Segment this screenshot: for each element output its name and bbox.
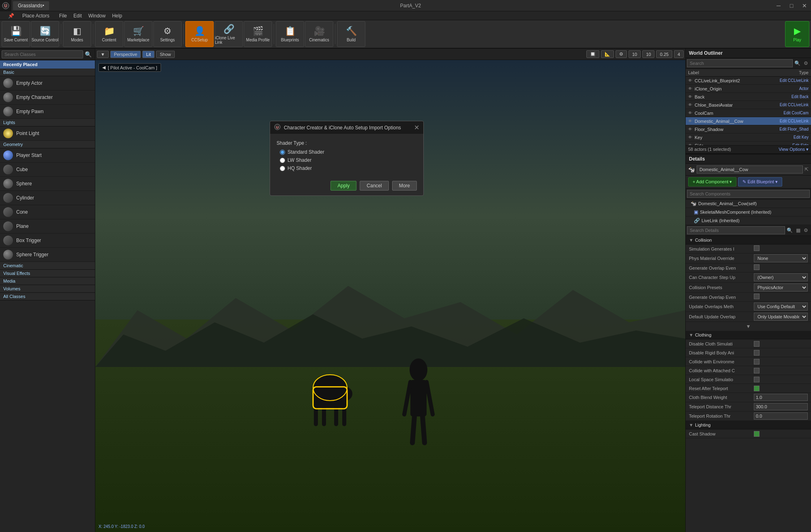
dialog-apply-button[interactable]: Apply	[330, 181, 356, 191]
settings-button[interactable]: ⚙ Settings	[153, 21, 182, 47]
collision-section-header[interactable]: ▼ Collision	[686, 236, 811, 245]
table-row[interactable]: 👁 Side Edit Side	[686, 142, 811, 145]
snap-btn-1[interactable]: 🔲	[586, 50, 599, 58]
details-expand-icon[interactable]: ⇱	[805, 167, 809, 172]
search-classes-input[interactable]	[2, 50, 83, 58]
sidebar-item-volumes[interactable]: Volumes	[0, 285, 95, 293]
snap-btn-3[interactable]: ⚙	[616, 50, 627, 58]
list-item[interactable]: Sphere	[0, 177, 95, 191]
list-item[interactable]: Empty Actor	[0, 76, 95, 90]
visibility-icon[interactable]: 👁	[688, 78, 692, 83]
recently-placed-header[interactable]: Recently Placed	[0, 60, 95, 69]
prop-checkbox[interactable]	[754, 431, 760, 437]
visibility-icon[interactable]: 👁	[688, 103, 692, 107]
update-overlaps-select[interactable]: Use Config Default	[754, 302, 808, 311]
blueprints-button[interactable]: 📋 Blueprints	[276, 21, 304, 47]
radio-standard-shader[interactable]: Standard Shader	[280, 149, 417, 155]
radio-standard-shader-input[interactable]	[280, 150, 285, 155]
visibility-icon[interactable]: 👁	[688, 86, 692, 91]
place-actors-toggle[interactable]: 📌 Place Actors	[2, 12, 56, 19]
prop-checkbox[interactable]	[754, 245, 760, 251]
sidebar-item-visual-effects[interactable]: Visual Effects	[0, 270, 95, 277]
outliner-search-input[interactable]	[687, 59, 793, 67]
details-search-input[interactable]	[687, 226, 785, 234]
details-settings-icon[interactable]: ⚙	[802, 227, 810, 234]
build-button[interactable]: 🔨 Build	[337, 21, 365, 47]
collision-presets-select[interactable]: PhysicsActor	[754, 283, 808, 292]
visibility-icon[interactable]: 👁	[688, 127, 692, 131]
viewport-main[interactable]: ◀ [ Pilot Active - CoolCam ] X: 245.0 Y:…	[95, 60, 685, 532]
char-step-select[interactable]: (Owner)	[754, 273, 808, 281]
prop-checkbox[interactable]	[754, 368, 760, 373]
dialog-cancel-button[interactable]: Cancel	[360, 181, 388, 191]
prop-checkbox[interactable]	[754, 264, 760, 270]
view-options-btn[interactable]: View Options ▾	[779, 147, 809, 152]
source-control-button[interactable]: 🔄 Source Control	[31, 21, 59, 47]
viewport-lit-btn[interactable]: Lit	[142, 51, 154, 58]
prop-checkbox[interactable]	[754, 377, 760, 382]
prop-checkbox[interactable]	[754, 294, 760, 299]
viewport-perspective-dropdown[interactable]: ▼	[97, 51, 109, 58]
visibility-icon[interactable]: 👁	[688, 135, 692, 139]
table-row[interactable]: 👁 CoolCam Edit CoolCam	[686, 109, 811, 117]
close-btn[interactable]: ✕	[798, 0, 811, 11]
prop-checkbox[interactable]	[754, 386, 760, 391]
clothing-section-header[interactable]: ▼ Clothing	[686, 331, 811, 339]
scale-snap-value[interactable]: 0.25	[656, 50, 672, 58]
list-item[interactable]: Box Trigger	[0, 234, 95, 248]
modes-button[interactable]: ◧ Modes	[63, 21, 91, 47]
radio-hq-shader[interactable]: HQ Shader	[280, 165, 417, 171]
default-update-select[interactable]: Only Update Movable	[754, 313, 808, 321]
list-item[interactable]: Empty Pawn	[0, 105, 95, 119]
list-item[interactable]: Plane	[0, 219, 95, 234]
grid-snap-value[interactable]: 10	[629, 50, 641, 58]
visibility-icon[interactable]: 👁	[688, 111, 692, 115]
cc-setup-button[interactable]: 👤 CCSetup	[185, 21, 214, 47]
table-row[interactable]: 👁 Chloe_BaseiAvatar Edit CCLiveLink	[686, 101, 811, 109]
lighting-section-header[interactable]: ▼ Lighting	[686, 421, 811, 429]
dialog-close-button[interactable]: ✕	[414, 124, 419, 131]
table-row[interactable]: 👁 Domestic_Animal__Cow Edit CCLiveLink	[686, 117, 811, 125]
content-button[interactable]: 📁 Content	[95, 21, 123, 47]
radio-lw-shader-input[interactable]	[280, 158, 285, 163]
snap-btn-2[interactable]: 📐	[601, 50, 614, 58]
list-item[interactable]: 🔗 LiveLink (Inherited)	[686, 217, 811, 225]
menu-window[interactable]: Window	[85, 12, 109, 19]
marketplace-button[interactable]: 🛒 Marketplace	[124, 21, 152, 47]
sidebar-item-cinematic[interactable]: Cinematic	[0, 262, 95, 270]
prop-checkbox[interactable]	[754, 359, 760, 365]
list-item[interactable]: Cube	[0, 163, 95, 177]
teleport-rot-input[interactable]	[754, 412, 808, 420]
viewport-show-btn[interactable]: Show	[156, 51, 175, 58]
list-item[interactable]: Point Light	[0, 127, 95, 141]
play-button[interactable]: ▶ Play	[785, 21, 809, 47]
prop-checkbox[interactable]	[754, 350, 760, 356]
menu-help[interactable]: Help	[109, 12, 125, 19]
rot-snap-value[interactable]: 10	[642, 50, 654, 58]
dialog-more-button[interactable]: More	[392, 181, 417, 191]
sidebar-item-lights[interactable]: Lights	[0, 119, 95, 127]
media-profile-button[interactable]: 🎬 Media Profile	[244, 21, 272, 47]
cam-speed-btn[interactable]: 4	[674, 50, 684, 58]
table-row[interactable]: 👁 Key Edit Key	[686, 133, 811, 142]
list-item[interactable]: Sphere Trigger	[0, 248, 95, 262]
cloth-blend-input[interactable]	[754, 394, 808, 401]
list-item[interactable]: Cone	[0, 205, 95, 219]
details-view-icon[interactable]: ▦	[794, 227, 802, 234]
maximize-btn[interactable]: □	[785, 0, 798, 11]
list-item[interactable]: ▣ SkeletalMeshComponent (Inherited)	[686, 208, 811, 217]
table-row[interactable]: 👁 iClone_Origin Actor	[686, 85, 811, 93]
save-current-button[interactable]: 💾 Save Current	[2, 21, 30, 47]
add-component-button[interactable]: + Add Component ▾	[688, 177, 736, 187]
visibility-icon[interactable]: 👁	[688, 94, 692, 99]
visibility-icon[interactable]: 👁	[688, 119, 692, 123]
teleport-dist-input[interactable]	[754, 403, 808, 410]
table-row[interactable]: 👁 Back Edit Back	[686, 93, 811, 101]
minimize-btn[interactable]: ─	[772, 0, 785, 11]
table-row[interactable]: 👁 CCLiveLink_Blueprint2 Edit CCLiveLink	[686, 77, 811, 85]
sidebar-item-basic[interactable]: Basic	[0, 69, 95, 76]
viewport-perspective-btn[interactable]: Perspective	[110, 51, 141, 58]
menu-edit[interactable]: Edit	[70, 12, 85, 19]
list-item[interactable]: Empty Character	[0, 90, 95, 105]
iclone-livelink-button[interactable]: 🔗 iClone Live Link	[215, 21, 243, 47]
